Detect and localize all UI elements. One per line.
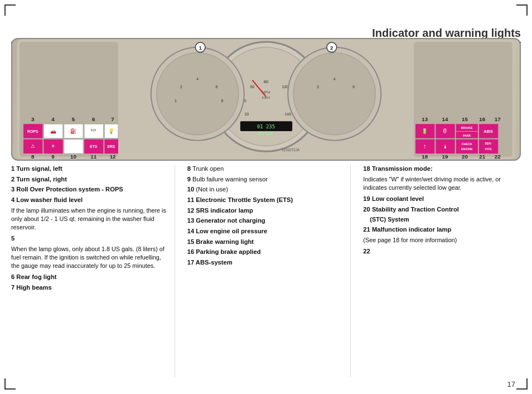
svg-point-23 xyxy=(293,53,375,135)
svg-text:15: 15 xyxy=(462,116,468,122)
item-20-sub: (STC) System xyxy=(363,215,521,224)
item-19-num: 19 xyxy=(363,195,372,202)
svg-text:E|S: E|S xyxy=(91,128,96,132)
svg-text:ENGINE: ENGINE xyxy=(461,147,473,151)
item-9: 9 Bulb failure warning sensor xyxy=(187,175,345,184)
item-13-label: Generator not charging xyxy=(196,217,265,224)
item-20-num: 20 xyxy=(363,206,372,213)
item-1-num: 1 xyxy=(11,165,16,172)
corner-mark-tl xyxy=(4,4,16,16)
svg-text:19: 19 xyxy=(442,153,448,160)
item-13: 13 Generator not charging xyxy=(187,217,345,225)
svg-text:6: 6 xyxy=(92,116,95,122)
item-18-desc: Indicates "W" if winter/wet driving mode… xyxy=(363,175,521,192)
svg-text:60: 60 xyxy=(250,85,255,89)
item-15: 15 Brake warning light xyxy=(187,238,345,247)
svg-text:CHECK: CHECK xyxy=(462,142,472,146)
svg-text:VICE: VICE xyxy=(485,147,492,151)
svg-text:8: 8 xyxy=(31,153,35,160)
svg-text:2: 2 xyxy=(180,85,182,89)
item-22-num: 22 xyxy=(363,248,370,254)
item-2: 2 Turn signal, right xyxy=(11,175,169,184)
svg-rect-63 xyxy=(456,140,478,154)
svg-text:4: 4 xyxy=(196,77,199,81)
svg-text:⚠: ⚠ xyxy=(31,143,35,149)
svg-text:6: 6 xyxy=(352,85,355,89)
svg-text:3: 3 xyxy=(31,116,35,122)
col2: 8 Trunk open 9 Bulb failure warning sens… xyxy=(181,165,345,377)
svg-text:ROPS: ROPS xyxy=(27,129,38,133)
svg-text:PARK: PARK xyxy=(463,134,471,137)
svg-text:18: 18 xyxy=(422,153,428,160)
svg-text:12: 12 xyxy=(110,153,116,160)
item-5-num: 5 xyxy=(11,235,14,242)
item-13-num: 13 xyxy=(187,217,196,224)
item-19-label: Low coolant level xyxy=(372,195,424,202)
item-14-label: Low engine oil pressure xyxy=(196,228,267,234)
item-3: 3 Roll Over Protection system - ROPS xyxy=(11,185,169,194)
item-9-num: 9 xyxy=(187,176,192,182)
item-19: 19 Low coolant level xyxy=(363,195,521,204)
svg-text:10: 10 xyxy=(70,153,76,160)
svg-text:22: 22 xyxy=(495,153,501,160)
item-21-num: 21 xyxy=(363,226,372,233)
svg-text:🌡: 🌡 xyxy=(443,144,448,150)
svg-text:17: 17 xyxy=(495,116,501,122)
svg-text:🔋: 🔋 xyxy=(422,128,428,134)
item-15-num: 15 xyxy=(187,238,196,245)
svg-point-16 xyxy=(157,53,239,135)
svg-text:🚗: 🚗 xyxy=(50,128,57,134)
svg-text:16: 16 xyxy=(479,116,485,122)
item-20-label: Stability and Traction Control xyxy=(372,206,459,213)
item-8-label: Trunk open xyxy=(192,165,224,172)
item-20: 20 Stability and Traction Control xyxy=(363,205,521,214)
item-17: 17 ABS-system xyxy=(187,258,345,267)
item-8: 8 Trunk open xyxy=(187,165,345,174)
divider-2 xyxy=(350,165,351,377)
main-content: 1 Turn signal, left 2 Turn signal, right… xyxy=(11,165,521,377)
svg-text:↑: ↑ xyxy=(423,142,427,150)
item-7-num: 7 xyxy=(11,284,16,291)
item-21-desc: (See page 18 for more information) xyxy=(363,236,521,244)
item-14-num: 14 xyxy=(187,228,196,234)
item-4-label: Low washer fluid level xyxy=(16,196,83,203)
svg-text:⛽: ⛽ xyxy=(70,128,77,134)
item-4-desc: If the lamp illuminates when the engine … xyxy=(11,206,169,232)
svg-text:ETS: ETS xyxy=(90,145,98,148)
svg-text:☀: ☀ xyxy=(51,143,55,149)
item-2-num: 2 xyxy=(11,176,16,182)
svg-text:4: 4 xyxy=(51,116,55,122)
svg-text:SER-: SER- xyxy=(485,142,492,145)
svg-text:11: 11 xyxy=(90,153,96,160)
item-22: 22 xyxy=(363,247,521,256)
item-21: 21 Malfunction indicator lamp xyxy=(363,225,521,234)
item-16-label: Parking brake applied xyxy=(196,248,260,255)
svg-text:1: 1 xyxy=(175,99,177,103)
item-3-num: 3 xyxy=(11,186,16,193)
svg-text:80: 80 xyxy=(264,79,269,84)
item-16-num: 16 xyxy=(187,248,196,255)
item-6-num: 6 xyxy=(11,273,16,280)
svg-text:21: 21 xyxy=(479,153,485,160)
svg-text:3102072JA: 3102072JA xyxy=(282,148,300,152)
corner-mark-tr xyxy=(516,4,528,16)
svg-text:100: 100 xyxy=(282,85,289,89)
svg-text:💡: 💡 xyxy=(108,128,115,134)
dashboard-bg: 80 100 60 40 120 20 140 MPH KM/H 4 6 2 1 xyxy=(11,38,521,161)
item-18-num: 18 xyxy=(363,165,372,172)
item-4-num: 4 xyxy=(11,196,16,203)
corner-mark-br xyxy=(516,378,528,390)
item-6: 6 Rear fog light xyxy=(11,273,169,282)
item-10-label: (Not in use) xyxy=(196,186,228,193)
svg-text:4: 4 xyxy=(333,77,336,81)
svg-text:5: 5 xyxy=(72,116,75,122)
item-2-label: Turn signal, right xyxy=(16,176,67,182)
svg-text:14: 14 xyxy=(442,116,448,122)
svg-text:20: 20 xyxy=(245,112,249,116)
item-7: 7 High beams xyxy=(11,284,169,292)
item-4: 4 Low washer fluid level xyxy=(11,196,169,205)
item-5: 5 xyxy=(11,234,169,243)
item-18: 18 Transmission mode: xyxy=(363,165,521,174)
col1: 1 Turn signal, left 2 Turn signal, right… xyxy=(11,165,169,377)
svg-rect-44 xyxy=(64,140,83,154)
